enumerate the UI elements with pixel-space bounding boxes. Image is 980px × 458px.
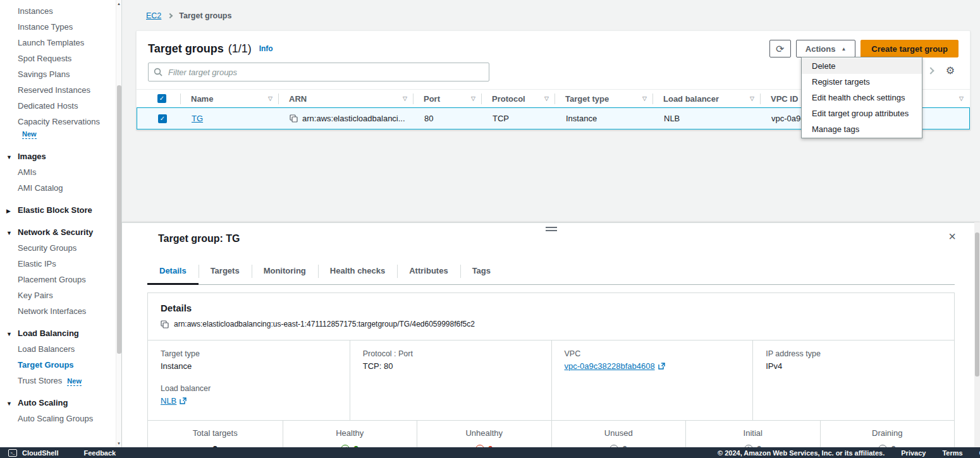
details-card-header: Details arn:aws:elasticloadbalancing:us-… <box>148 293 954 340</box>
tab-tags[interactable]: Tags <box>460 258 503 284</box>
sidebar-item-spot-requests[interactable]: Spot Requests <box>0 51 121 66</box>
sidebar-item-trust-stores[interactable]: Trust StoresNew <box>0 373 121 389</box>
footer-right: © 2024, Amazon Web Services, Inc. or its… <box>718 449 980 457</box>
split-panel-drag-handle[interactable] <box>546 227 557 233</box>
sidebar-section-auto-scaling[interactable]: ▼Auto Scaling <box>0 395 121 411</box>
column-header-port[interactable]: Port ▽ <box>413 90 482 108</box>
filter-icon[interactable]: ▽ <box>642 95 647 102</box>
sidebar-item-dedicated-hosts[interactable]: Dedicated Hosts <box>0 98 121 114</box>
filter-icon[interactable]: ▽ <box>750 95 754 102</box>
vpc-link[interactable]: vpc-0a9c38228bfab4608 <box>565 361 665 371</box>
sidebar-item-ami-catalog[interactable]: AMI Catalog <box>0 180 121 196</box>
sidebar-item-placement-groups[interactable]: Placement Groups <box>0 272 121 287</box>
sidebar-item-instance-types[interactable]: Instance Types <box>0 19 121 35</box>
sidebar-scrollbar-thumb[interactable] <box>117 85 121 354</box>
sidebar-item-network-interfaces[interactable]: Network Interfaces <box>0 303 121 319</box>
sidebar-item-launch-templates[interactable]: Launch Templates <box>0 35 121 51</box>
sidebar-item-savings-plans[interactable]: Savings Plans <box>0 66 121 82</box>
column-label: Load balancer <box>663 94 719 104</box>
row-protocol-cell: TCP <box>482 114 556 123</box>
sidebar-item-security-groups[interactable]: Security Groups <box>0 240 121 256</box>
field-label: VPC <box>565 349 740 358</box>
sidebar-item-key-pairs[interactable]: Key Pairs <box>0 287 121 303</box>
gear-icon[interactable]: ⚙ <box>946 66 955 76</box>
sidebar-section-network-security[interactable]: ▼Network & Security <box>0 224 121 240</box>
feedback-button[interactable]: Feedback <box>83 449 116 457</box>
sidebar-item-target-groups[interactable]: Target Groups <box>0 357 121 373</box>
footer: >_ CloudShell Feedback © 2024, Amazon We… <box>0 447 980 458</box>
filter-icon[interactable]: ▽ <box>471 95 475 102</box>
column-header-name[interactable]: Name ▽ <box>181 90 279 108</box>
column-header-load-balancer[interactable]: Load balancer ▽ <box>653 90 761 108</box>
select-all-checkbox-cell: ✓ <box>137 90 181 108</box>
info-link[interactable]: Info <box>259 44 273 53</box>
refresh-button[interactable]: ⟳ <box>769 40 791 57</box>
details-column-1: Target type Instance Load balancer NLB <box>148 340 350 420</box>
detail-panel-scrollbar[interactable] <box>974 222 980 447</box>
sidebar-section-label: Auto Scaling <box>18 398 68 407</box>
ip-address-type-value: IPv4 <box>766 361 941 371</box>
row-checkbox[interactable]: ✓ <box>158 114 167 123</box>
column-header-protocol[interactable]: Protocol ▽ <box>482 90 555 108</box>
sidebar-section-label: Network & Security <box>18 227 93 237</box>
sidebar-section-label: Images <box>18 152 46 161</box>
field-label: IP address type <box>766 349 941 358</box>
sidebar-item-auto-scaling-groups[interactable]: Auto Scaling Groups <box>0 411 121 426</box>
filter-icon[interactable]: ▽ <box>544 95 549 102</box>
counter-healthy: Healthy ✓ 2 <box>283 421 417 447</box>
column-label: Protocol <box>492 94 525 104</box>
terms-link[interactable]: Terms <box>942 449 962 457</box>
sidebar-item-label: Trust Stores <box>18 376 62 385</box>
sidebar-item-instances[interactable]: Instances <box>0 3 121 19</box>
menu-item-delete[interactable]: Delete <box>802 58 922 74</box>
tab-details[interactable]: Details <box>147 258 199 284</box>
tab-attributes[interactable]: Attributes <box>397 258 460 284</box>
column-header-target-type[interactable]: Target type ▽ <box>555 90 653 108</box>
scroll-up-icon[interactable]: ▲ <box>116 2 121 6</box>
tab-health-checks[interactable]: Health checks <box>318 258 397 284</box>
copy-icon[interactable] <box>290 114 298 123</box>
tab-targets[interactable]: Targets <box>199 258 252 284</box>
menu-item-edit-health-check-settings[interactable]: Edit health check settings <box>802 90 922 105</box>
caret-down-icon: ▼ <box>6 327 18 342</box>
cloudshell-icon[interactable]: >_ <box>8 449 17 457</box>
next-page-icon[interactable] <box>927 67 934 74</box>
menu-item-manage-tags[interactable]: Manage tags <box>802 121 922 137</box>
select-all-checkbox[interactable]: ✓ <box>157 94 166 103</box>
sidebar-section-images[interactable]: ▼Images <box>0 148 121 164</box>
sidebar-item-capacity-reservations[interactable]: Capacity Reservations <box>0 114 121 130</box>
detail-panel-scrollbar-thumb[interactable] <box>975 232 979 377</box>
column-header-arn[interactable]: ARN ▽ <box>279 90 413 108</box>
create-target-group-button[interactable]: Create target group <box>861 40 959 57</box>
cloudshell-button[interactable]: CloudShell <box>22 449 58 457</box>
caret-right-icon: ▶ <box>6 203 18 219</box>
sidebar-scrollbar[interactable]: ▲ ▼ <box>116 0 121 447</box>
copy-icon[interactable] <box>161 320 169 328</box>
filter-target-groups-input[interactable] <box>148 63 489 81</box>
sidebar-item-reserved-instances[interactable]: Reserved Instances <box>0 82 121 98</box>
sidebar-item-elastic-ips[interactable]: Elastic IPs <box>0 256 121 272</box>
filter-icon[interactable]: ▽ <box>268 95 273 102</box>
menu-item-edit-target-group-attributes[interactable]: Edit target group attributes <box>802 105 922 121</box>
sidebar-section-elastic-block-store[interactable]: ▶Elastic Block Store <box>0 202 121 218</box>
breadcrumb-ec2-link[interactable]: EC2 <box>146 11 161 20</box>
tab-monitoring[interactable]: Monitoring <box>252 258 318 284</box>
load-balancer-link[interactable]: NLB <box>161 396 187 406</box>
header-actions: ⟳ Actions ▲ Create target group <box>769 40 959 57</box>
filter-icon[interactable]: ▽ <box>403 95 407 102</box>
target-group-link[interactable]: TG <box>192 114 203 123</box>
sidebar-section-label: Load Balancing <box>18 328 79 338</box>
detail-panel: Target group: TG × Details Targets Monit… <box>122 222 980 447</box>
load-balancer-link-label: NLB <box>161 396 176 406</box>
actions-button[interactable]: Actions ▲ <box>796 40 856 57</box>
privacy-link[interactable]: Privacy <box>901 449 926 457</box>
breadcrumb-current: Target groups <box>179 11 231 20</box>
filter-icon[interactable]: ▽ <box>959 95 964 102</box>
sidebar-item-load-balancers[interactable]: Load Balancers <box>0 341 121 357</box>
sidebar-item-amis[interactable]: AMIs <box>0 164 121 180</box>
close-icon[interactable]: × <box>948 230 956 243</box>
menu-item-register-targets[interactable]: Register targets <box>802 74 922 90</box>
sidebar-section-load-balancing[interactable]: ▼Load Balancing <box>0 325 121 341</box>
result-count: (1/1) <box>228 42 252 56</box>
scroll-down-icon[interactable]: ▼ <box>116 442 121 445</box>
